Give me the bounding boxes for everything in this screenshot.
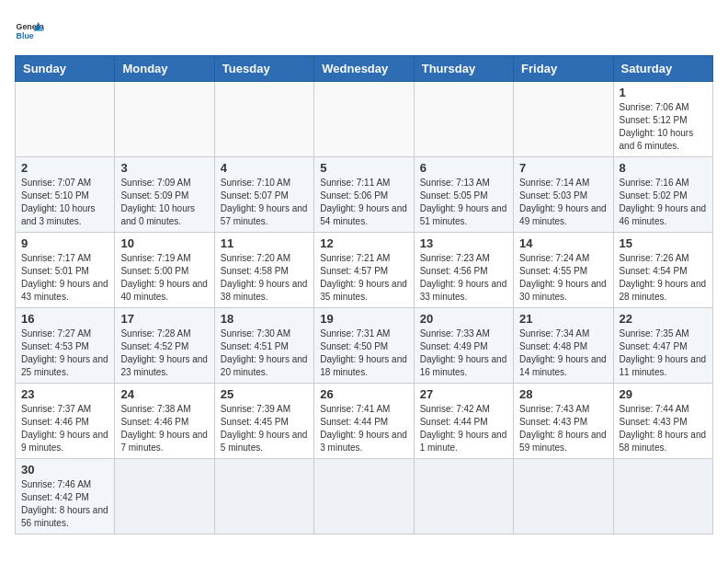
calendar-week-row: 23Sunrise: 7:37 AM Sunset: 4:46 PM Dayli… (16, 384, 713, 459)
calendar-cell: 24Sunrise: 7:38 AM Sunset: 4:46 PM Dayli… (115, 384, 214, 459)
day-info: Sunrise: 7:19 AM Sunset: 5:00 PM Dayligh… (120, 252, 208, 304)
day-number: 19 (320, 312, 407, 326)
calendar-cell: 16Sunrise: 7:27 AM Sunset: 4:53 PM Dayli… (16, 308, 115, 384)
calendar-cell: 12Sunrise: 7:21 AM Sunset: 4:57 PM Dayli… (314, 233, 414, 308)
day-info: Sunrise: 7:11 AM Sunset: 5:06 PM Dayligh… (320, 177, 407, 228)
day-info: Sunrise: 7:16 AM Sunset: 5:02 PM Dayligh… (620, 177, 707, 228)
calendar-cell: 23Sunrise: 7:37 AM Sunset: 4:46 PM Dayli… (16, 384, 115, 459)
day-number: 12 (320, 236, 407, 250)
day-info: Sunrise: 7:35 AM Sunset: 4:47 PM Dayligh… (620, 327, 707, 379)
day-number: 26 (320, 387, 407, 401)
day-number: 24 (120, 387, 208, 401)
day-number: 13 (420, 236, 507, 250)
day-info: Sunrise: 7:37 AM Sunset: 4:46 PM Dayligh… (21, 403, 108, 454)
calendar-cell (314, 459, 414, 534)
calendar-week-row: 9Sunrise: 7:17 AM Sunset: 5:01 PM Daylig… (16, 233, 713, 308)
calendar-cell: 9Sunrise: 7:17 AM Sunset: 5:01 PM Daylig… (16, 233, 115, 308)
day-info: Sunrise: 7:10 AM Sunset: 5:07 PM Dayligh… (221, 177, 308, 228)
calendar-cell: 3Sunrise: 7:09 AM Sunset: 5:09 PM Daylig… (115, 157, 214, 233)
calendar-cell (414, 82, 513, 157)
calendar-cell: 5Sunrise: 7:11 AM Sunset: 5:06 PM Daylig… (314, 157, 414, 233)
calendar-cell (16, 82, 115, 157)
day-number: 25 (221, 387, 308, 401)
calendar-cell: 19Sunrise: 7:31 AM Sunset: 4:50 PM Dayli… (314, 308, 414, 384)
calendar-cell (314, 82, 414, 157)
calendar-cell: 8Sunrise: 7:16 AM Sunset: 5:02 PM Daylig… (613, 157, 712, 233)
day-number: 21 (519, 312, 607, 326)
day-number: 16 (21, 312, 108, 326)
day-number: 22 (620, 312, 707, 326)
day-info: Sunrise: 7:09 AM Sunset: 5:09 PM Dayligh… (120, 177, 208, 228)
calendar-cell: 26Sunrise: 7:41 AM Sunset: 4:44 PM Dayli… (314, 384, 414, 459)
day-info: Sunrise: 7:07 AM Sunset: 5:10 PM Dayligh… (21, 177, 108, 228)
day-info: Sunrise: 7:13 AM Sunset: 5:05 PM Dayligh… (420, 177, 507, 228)
day-info: Sunrise: 7:31 AM Sunset: 4:50 PM Dayligh… (320, 327, 407, 379)
day-number: 3 (120, 161, 208, 175)
logo-icon: General Blue (15, 15, 44, 44)
column-header-sunday: Sunday (16, 56, 115, 82)
day-info: Sunrise: 7:17 AM Sunset: 5:01 PM Dayligh… (21, 252, 108, 304)
calendar-cell: 15Sunrise: 7:26 AM Sunset: 4:54 PM Dayli… (613, 233, 712, 308)
day-info: Sunrise: 7:42 AM Sunset: 4:44 PM Dayligh… (420, 403, 507, 454)
day-info: Sunrise: 7:27 AM Sunset: 4:53 PM Dayligh… (21, 327, 108, 379)
calendar-cell: 14Sunrise: 7:24 AM Sunset: 4:55 PM Dayli… (514, 233, 613, 308)
day-number: 9 (21, 236, 108, 250)
calendar-cell: 18Sunrise: 7:30 AM Sunset: 4:51 PM Dayli… (214, 308, 313, 384)
day-info: Sunrise: 7:43 AM Sunset: 4:43 PM Dayligh… (519, 403, 607, 454)
calendar-week-row: 16Sunrise: 7:27 AM Sunset: 4:53 PM Dayli… (16, 308, 713, 384)
calendar-cell: 13Sunrise: 7:23 AM Sunset: 4:56 PM Dayli… (414, 233, 513, 308)
calendar-cell: 29Sunrise: 7:44 AM Sunset: 4:43 PM Dayli… (613, 384, 712, 459)
day-number: 27 (420, 387, 507, 401)
column-header-friday: Friday (514, 56, 613, 82)
day-number: 7 (519, 161, 607, 175)
calendar-cell (414, 459, 513, 534)
calendar-cell: 30Sunrise: 7:46 AM Sunset: 4:42 PM Dayli… (16, 459, 115, 534)
calendar-cell (613, 459, 712, 534)
day-info: Sunrise: 7:38 AM Sunset: 4:46 PM Dayligh… (120, 403, 208, 454)
calendar-week-row: 1Sunrise: 7:06 AM Sunset: 5:12 PM Daylig… (16, 82, 713, 157)
calendar-cell: 2Sunrise: 7:07 AM Sunset: 5:10 PM Daylig… (16, 157, 115, 233)
calendar-cell: 1Sunrise: 7:06 AM Sunset: 5:12 PM Daylig… (613, 82, 712, 157)
calendar-cell: 27Sunrise: 7:42 AM Sunset: 4:44 PM Dayli… (414, 384, 513, 459)
calendar-cell: 28Sunrise: 7:43 AM Sunset: 4:43 PM Dayli… (514, 384, 613, 459)
day-info: Sunrise: 7:06 AM Sunset: 5:12 PM Dayligh… (620, 101, 707, 153)
day-number: 1 (620, 86, 707, 99)
day-number: 5 (320, 161, 407, 175)
calendar-cell: 21Sunrise: 7:34 AM Sunset: 4:48 PM Dayli… (514, 308, 613, 384)
column-header-saturday: Saturday (613, 56, 712, 82)
page-header: General Blue (15, 15, 713, 44)
logo: General Blue (15, 15, 44, 44)
calendar-cell: 20Sunrise: 7:33 AM Sunset: 4:49 PM Dayli… (414, 308, 513, 384)
calendar-week-row: 30Sunrise: 7:46 AM Sunset: 4:42 PM Dayli… (16, 459, 713, 534)
day-number: 28 (519, 387, 607, 401)
day-number: 20 (420, 312, 507, 326)
calendar-cell: 17Sunrise: 7:28 AM Sunset: 4:52 PM Dayli… (115, 308, 214, 384)
calendar-cell (214, 82, 313, 157)
calendar-cell: 11Sunrise: 7:20 AM Sunset: 4:58 PM Dayli… (214, 233, 313, 308)
calendar-cell (115, 82, 214, 157)
day-info: Sunrise: 7:20 AM Sunset: 4:58 PM Dayligh… (221, 252, 308, 304)
day-number: 23 (21, 387, 108, 401)
day-number: 6 (420, 161, 507, 175)
day-info: Sunrise: 7:44 AM Sunset: 4:43 PM Dayligh… (620, 403, 707, 454)
calendar-cell: 25Sunrise: 7:39 AM Sunset: 4:45 PM Dayli… (214, 384, 313, 459)
calendar-cell: 7Sunrise: 7:14 AM Sunset: 5:03 PM Daylig… (514, 157, 613, 233)
day-number: 29 (620, 387, 707, 401)
day-number: 4 (221, 161, 308, 175)
day-info: Sunrise: 7:24 AM Sunset: 4:55 PM Dayligh… (519, 252, 607, 304)
column-header-monday: Monday (115, 56, 214, 82)
day-number: 11 (221, 236, 308, 250)
day-info: Sunrise: 7:34 AM Sunset: 4:48 PM Dayligh… (519, 327, 607, 379)
day-number: 8 (620, 161, 707, 175)
day-info: Sunrise: 7:41 AM Sunset: 4:44 PM Dayligh… (320, 403, 407, 454)
calendar-header-row: SundayMondayTuesdayWednesdayThursdayFrid… (16, 56, 713, 82)
calendar-cell (115, 459, 214, 534)
svg-text:Blue: Blue (17, 31, 34, 40)
calendar-week-row: 2Sunrise: 7:07 AM Sunset: 5:10 PM Daylig… (16, 157, 713, 233)
day-number: 2 (21, 161, 108, 175)
day-number: 10 (120, 236, 208, 250)
day-info: Sunrise: 7:30 AM Sunset: 4:51 PM Dayligh… (221, 327, 308, 379)
calendar-table: SundayMondayTuesdayWednesdayThursdayFrid… (15, 55, 713, 534)
day-info: Sunrise: 7:23 AM Sunset: 4:56 PM Dayligh… (420, 252, 507, 304)
day-number: 30 (21, 463, 108, 477)
